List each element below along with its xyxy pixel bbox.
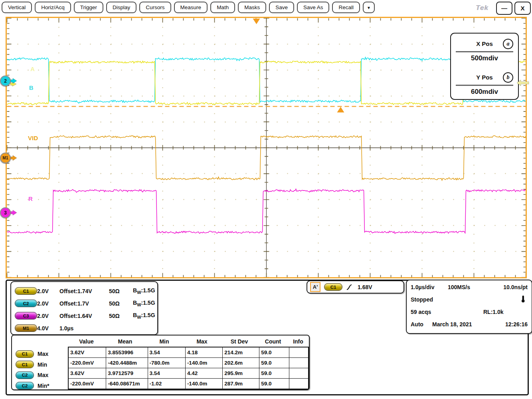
ch1-right-position-arrow bbox=[516, 79, 529, 88]
measurement-pill[interactable]: C2 bbox=[16, 371, 34, 379]
measurement-row: 3.62V3.85539963.544.18214.2m59.0 bbox=[68, 347, 309, 358]
knob-a-badge: a bbox=[503, 39, 513, 49]
measurement-cell: -640.08671m bbox=[106, 379, 148, 389]
menu-button-vertical[interactable]: Vertical bbox=[2, 2, 32, 13]
measurement-cell: 3.54 bbox=[148, 368, 185, 379]
menu-dropdown-button[interactable]: ▼ bbox=[363, 2, 375, 13]
measurement-cell: 59.0 bbox=[259, 379, 289, 389]
measurement-row-label: C2Max bbox=[16, 370, 48, 380]
measurement-cell: 3.9712579 bbox=[106, 368, 148, 379]
divider bbox=[456, 85, 513, 86]
measurement-column-header: St Dev bbox=[221, 338, 258, 345]
chevron-down-icon: ▼ bbox=[367, 6, 371, 10]
measurement-cell: 4.42 bbox=[185, 368, 222, 379]
y-pos-value: 600mdiv bbox=[451, 88, 518, 96]
time-value: 12:26:16 bbox=[505, 321, 528, 328]
trigger-level-value: 1.68V bbox=[358, 284, 372, 290]
trigger-source-badge[interactable]: A' bbox=[310, 282, 320, 292]
trace-label-vid: VID bbox=[28, 135, 38, 141]
measurement-pill[interactable]: C2 bbox=[16, 382, 34, 389]
measurement-row-label: C1Max bbox=[16, 349, 48, 359]
menu-button-trigger[interactable]: Trigger bbox=[74, 2, 103, 13]
sample-rate: 100MS/s bbox=[448, 284, 470, 290]
trace-label-a: A bbox=[30, 66, 35, 72]
measurement-row: -220.0mV-640.08671m-1.02-140.0m287.9m59.… bbox=[68, 379, 309, 389]
record-length: RL:1.0k bbox=[483, 309, 504, 315]
measurement-cell: 3.8553996 bbox=[106, 347, 148, 358]
trigger-channel-pill[interactable]: C1 bbox=[324, 283, 342, 291]
measurement-table: 3.62V3.85539963.544.18214.2m59.0-220.0mV… bbox=[68, 347, 309, 389]
trigger-readout-box[interactable]: A' C1 1.68V bbox=[307, 280, 404, 294]
trigger-mode: Auto bbox=[411, 321, 423, 328]
measurement-cell: -220.0mV bbox=[68, 379, 106, 389]
measurement-cell: -140.0m bbox=[185, 358, 222, 368]
channel-readout-c3[interactable]: C32.0VOffset:1.64V50ΩBW:1.5G bbox=[11, 310, 157, 322]
measurement-column-header: Min bbox=[145, 338, 183, 345]
channel-readout-m1[interactable]: M14.0V1.0µs bbox=[11, 322, 157, 334]
waveform-canvas[interactable] bbox=[7, 18, 526, 277]
channel-bandwidth: BW:1.5G bbox=[133, 287, 157, 295]
menu-button-display[interactable]: Display bbox=[106, 2, 136, 13]
measurement-cell bbox=[289, 368, 309, 379]
channel-termination: 50Ω bbox=[109, 288, 133, 294]
oscilloscope-screen: VerticalHoriz/AcqTriggerDisplayCursorsMe… bbox=[0, 0, 532, 399]
measurement-column-header: Count bbox=[258, 338, 288, 345]
menu-bar: VerticalHoriz/AcqTriggerDisplayCursorsMe… bbox=[2, 2, 375, 13]
waveform-plot[interactable] bbox=[6, 17, 527, 278]
channel-bandwidth: BW:1.5G bbox=[133, 300, 157, 307]
channel-arrow-m1 bbox=[10, 155, 17, 163]
measurement-cell: 3.62V bbox=[68, 347, 106, 358]
channel-pill-c3[interactable]: C3 bbox=[15, 312, 37, 320]
measurement-name: Min* bbox=[38, 383, 49, 389]
measurement-row-label: C1Min bbox=[16, 359, 47, 370]
x-pos-value: 500mdiv bbox=[451, 54, 518, 62]
channel-badge-m1[interactable]: M1 bbox=[0, 153, 11, 163]
measurement-pill[interactable]: C1 bbox=[16, 361, 34, 368]
date-value: March 18, 2021 bbox=[432, 321, 472, 328]
menu-button-measure[interactable]: Measure bbox=[174, 2, 208, 13]
tek-logo: Tek bbox=[476, 4, 488, 12]
acquisition-state: Stopped bbox=[411, 296, 433, 303]
channel-offset: Offset:1.7V bbox=[59, 300, 109, 307]
channel-badge-3[interactable]: 3 bbox=[0, 207, 11, 218]
measurement-cell: -140.0m bbox=[185, 379, 222, 389]
channel-offset: Offset:1.64V bbox=[59, 313, 109, 319]
channel-arrow-3 bbox=[10, 210, 17, 217]
measurement-cell bbox=[289, 347, 309, 358]
channel-readout-c2[interactable]: C22.0VOffset:1.7V50ΩBW:1.5G bbox=[11, 297, 157, 310]
menu-button-save[interactable]: Save bbox=[269, 2, 294, 13]
trace-label-b: B bbox=[29, 84, 34, 91]
channel-pill-c1[interactable]: C1 bbox=[15, 287, 37, 295]
acquisition-count: 59 acqs bbox=[411, 309, 431, 315]
channel-readout-c1[interactable]: C12.0VOffset:1.74V50ΩBW:1.5G bbox=[11, 285, 157, 297]
minimize-icon: — bbox=[501, 5, 507, 12]
knob-b-badge: b bbox=[503, 72, 513, 83]
close-button[interactable]: X bbox=[514, 2, 531, 15]
measurement-cell bbox=[289, 358, 309, 368]
menu-button-masks[interactable]: Masks bbox=[238, 2, 266, 13]
channel-badge-2[interactable]: 2 bbox=[0, 75, 11, 86]
timebase-box[interactable]: 1.0µs/div 100MS/s 10.0ns/pt Stopped 59 a… bbox=[406, 280, 532, 334]
menu-button-recall[interactable]: Recall bbox=[332, 2, 360, 13]
channel-pill-m1[interactable]: M1 bbox=[15, 324, 37, 332]
sample-resolution: 10.0ns/pt bbox=[503, 284, 528, 290]
channel-scale: 4.0V bbox=[37, 325, 59, 332]
menu-button-cursors[interactable]: Cursors bbox=[139, 2, 171, 13]
channel-scale: 2.0V bbox=[37, 313, 59, 319]
menu-button-math[interactable]: Math bbox=[210, 2, 235, 13]
measurement-cell: 3.54 bbox=[148, 347, 185, 358]
menu-button-save-as[interactable]: Save As bbox=[297, 2, 330, 13]
divider bbox=[456, 51, 513, 52]
close-icon: X bbox=[520, 5, 524, 12]
menu-button-horiz-acq[interactable]: Horiz/Acq bbox=[35, 2, 71, 13]
measurement-cell: -780.0m bbox=[148, 358, 185, 368]
timebase-scale: 1.0µs/div bbox=[411, 284, 434, 290]
channel-pill-c2[interactable]: C2 bbox=[15, 300, 37, 307]
measurement-cell: -420.4488m bbox=[106, 358, 148, 368]
channel-offset: 1.0µs bbox=[59, 325, 109, 332]
measurement-pill[interactable]: C1 bbox=[16, 350, 34, 358]
channel-scale: 2.0V bbox=[37, 300, 59, 307]
minimize-button[interactable]: — bbox=[496, 2, 512, 15]
measurement-column-header: Mean bbox=[105, 338, 145, 345]
channel-bandwidth: BW:1.5G bbox=[133, 312, 157, 320]
